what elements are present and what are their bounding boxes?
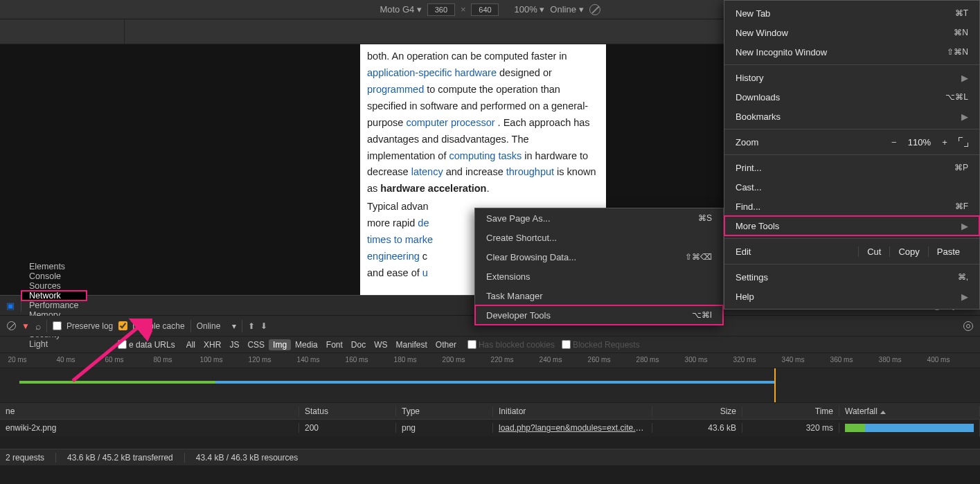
col-waterfall[interactable]: Waterfall (839, 406, 980, 416)
menu-new-tab[interactable]: New Tab⌘T (724, 3, 979, 23)
type-filter-all[interactable]: All (182, 339, 199, 350)
body-text: more rapid (367, 217, 418, 228)
page-link[interactable]: throughput (506, 166, 554, 177)
cell-name: enwiki-2x.png (0, 423, 299, 433)
body-text: and ease of (367, 267, 422, 278)
edit-copy[interactable]: Copy (889, 247, 927, 257)
menu-bookmarks[interactable]: Bookmarks▶ (724, 107, 979, 126)
blocked-requests-checkbox[interactable]: Blocked Requests (562, 340, 640, 350)
menu-new-window[interactable]: New Window⌘N (724, 23, 979, 42)
menu-downloads[interactable]: Downloads⌥⌘L (724, 87, 979, 107)
device-height-input[interactable]: 640 (471, 3, 499, 16)
rotate-icon[interactable] (589, 4, 600, 15)
edit-cut[interactable]: Cut (858, 247, 889, 257)
page-link[interactable]: computer processor (406, 117, 495, 128)
zoom-in-button[interactable]: + (941, 137, 949, 147)
filter-icon[interactable]: ▼ (21, 321, 30, 331)
col-type[interactable]: Type (396, 406, 493, 416)
type-filter-xhr[interactable]: XHR (199, 339, 225, 350)
ruler-tick: 240 ms (540, 356, 562, 364)
type-filter-css[interactable]: CSS (243, 339, 269, 350)
cell-initiator[interactable]: load.php?lang=en&modules=ext.cite.s... (493, 423, 652, 433)
hide-data-urls-checkbox[interactable]: e data URLs (118, 340, 175, 350)
timeline-ruler[interactable]: 20 ms40 ms60 ms80 ms100 ms120 ms140 ms16… (0, 353, 980, 368)
edit-paste[interactable]: Paste (928, 247, 968, 257)
page-link[interactable]: application-specific hardware (367, 67, 497, 78)
ruler-tick: 20 ms (8, 356, 26, 364)
more-tools-submenu: Save Page As...⌘SCreate Shortcut...Clear… (474, 208, 724, 325)
tab-performance[interactable]: Performance (21, 301, 87, 310)
devtools-footer: 2 requests 43.6 kB / 45.2 kB transferred… (0, 449, 980, 465)
type-filter-ws[interactable]: WS (370, 339, 391, 350)
footer-resources: 43.4 kB / 46.3 kB resources (196, 453, 298, 463)
menu-new-incognito-window[interactable]: New Incognito Window⇧⌘N (724, 42, 979, 62)
submenu-extensions[interactable]: Extensions (475, 267, 723, 286)
menu-find-[interactable]: Find...⌘F (724, 197, 979, 216)
page-link[interactable]: de (418, 217, 429, 228)
device-select[interactable]: Moto G4 ▾ (380, 4, 421, 15)
col-initiator[interactable]: Initiator (493, 406, 652, 416)
blocked-cookies-checkbox[interactable]: Has blocked cookies (467, 340, 555, 350)
page-link[interactable]: times to marke (367, 234, 433, 245)
search-icon[interactable]: ⌕ (35, 321, 41, 332)
type-filter-media[interactable]: Media (291, 339, 322, 350)
tab-network[interactable]: Network (21, 291, 87, 301)
menu-cast-[interactable]: Cast... (724, 177, 979, 197)
submenu-clear-browsing-data-[interactable]: Clear Browsing Data...⇧⌘⌫ (475, 247, 723, 267)
submenu-save-page-as-[interactable]: Save Page As...⌘S (475, 208, 723, 228)
submenu-task-manager[interactable]: Task Manager (475, 286, 723, 305)
gear-icon[interactable] (963, 321, 973, 331)
cell-waterfall (839, 420, 980, 436)
menu-more-tools[interactable]: More Tools▶ (724, 216, 979, 235)
body-text: Typical advan (367, 201, 429, 212)
submenu-developer-tools[interactable]: Developer Tools⌥⌘I (475, 305, 723, 325)
page-link[interactable]: latency (411, 166, 443, 177)
col-name[interactable]: ne (0, 406, 299, 416)
menu-help[interactable]: Help▶ (724, 287, 979, 306)
upload-icon[interactable]: ⬆ (248, 321, 255, 331)
overview-strip[interactable] (0, 368, 980, 403)
table-row[interactable]: enwiki-2x.png 200 png load.php?lang=en&m… (0, 420, 980, 436)
type-filter-other[interactable]: Other (431, 339, 461, 350)
page-link[interactable]: u (422, 267, 428, 278)
page-link[interactable]: computing tasks (449, 150, 522, 161)
table-header[interactable]: ne Status Type Initiator Size Time Water… (0, 403, 980, 420)
preserve-log-checkbox[interactable]: Preserve log (53, 321, 113, 331)
menu-print-[interactable]: Print...⌘P (724, 158, 979, 177)
tab-elements[interactable]: Elements (21, 262, 87, 271)
col-size[interactable]: Size (652, 406, 742, 416)
ruler-tick: 300 ms (685, 356, 708, 364)
menu-history[interactable]: History▶ (724, 68, 979, 87)
submenu-create-shortcut-[interactable]: Create Shortcut... (475, 228, 723, 247)
type-filter-font[interactable]: Font (322, 339, 347, 350)
col-status[interactable]: Status (299, 406, 396, 416)
zoom-out-button[interactable]: − (890, 137, 898, 147)
ruler-tick: 180 ms (394, 356, 417, 364)
tab-light[interactable]: Light (21, 339, 87, 349)
toggle-device-icon[interactable]: ▣ (0, 301, 21, 311)
page-link[interactable]: engineering (367, 251, 420, 262)
col-time[interactable]: Time (742, 406, 839, 416)
device-width-input[interactable]: 360 (427, 3, 455, 16)
menu-settings[interactable]: Settings⌘, (724, 267, 979, 287)
type-filter-img[interactable]: Img (269, 339, 291, 350)
type-filter-manifest[interactable]: Manifest (392, 339, 431, 350)
stop-recording-icon[interactable] (7, 321, 16, 330)
zoom-select[interactable]: 100% ▾ (514, 4, 544, 15)
empty-tab-slot (0, 19, 125, 44)
tab-sources[interactable]: Sources (21, 281, 87, 291)
disable-cache-checkbox[interactable]: Disable cache (118, 321, 184, 331)
cell-size: 43.6 kB (652, 423, 742, 433)
throttle-select[interactable]: Online ▾ (550, 4, 583, 15)
ruler-tick: 60 ms (105, 356, 123, 364)
throttle-select[interactable]: Online ▾ (197, 321, 236, 331)
type-filter-js[interactable]: JS (225, 339, 243, 350)
fullscreen-icon[interactable] (959, 137, 968, 147)
tab-console[interactable]: Console (21, 271, 87, 281)
ruler-tick: 340 ms (782, 356, 805, 364)
type-filter-doc[interactable]: Doc (347, 339, 370, 350)
ruler-tick: 260 ms (588, 356, 611, 364)
page-link[interactable]: programmed (367, 84, 424, 95)
download-icon[interactable]: ⬇ (260, 321, 267, 331)
ruler-tick: 100 ms (200, 356, 223, 364)
